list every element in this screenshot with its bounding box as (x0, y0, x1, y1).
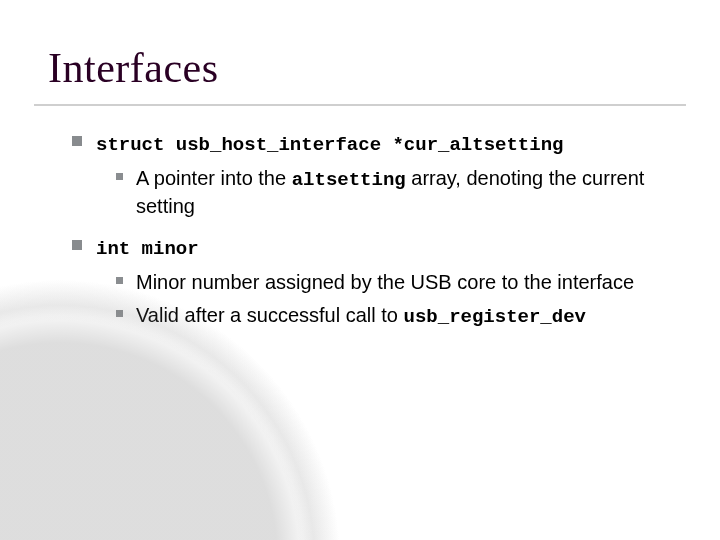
code-text: struct usb_host_interface *cur_altsettin… (96, 134, 563, 156)
square-bullet-icon (116, 173, 123, 180)
sub-list: A pointer into the altsetting array, den… (136, 165, 676, 221)
square-bullet-icon (116, 310, 123, 317)
slide: Interfaces struct usb_host_interface *cu… (0, 0, 720, 540)
list-item: Minor number assigned by the USB core to… (136, 269, 676, 298)
square-bullet-icon (72, 136, 82, 146)
square-bullet-icon (72, 240, 82, 250)
title-underline (34, 104, 686, 106)
slide-title: Interfaces (48, 44, 219, 92)
slide-content: struct usb_host_interface *cur_altsettin… (96, 130, 676, 344)
text-pre: A pointer into the (136, 167, 292, 189)
code-text: altsetting (292, 169, 406, 191)
text-pre: Minor number assigned by the USB core to… (136, 271, 634, 293)
text-pre: Valid after a successful call to (136, 304, 404, 326)
list-item: A pointer into the altsetting array, den… (136, 165, 676, 221)
list-item: Valid after a successful call to usb_reg… (136, 302, 676, 331)
struct-cur-altsetting: struct usb_host_interface *cur_altsettin… (96, 130, 676, 159)
code-text: usb_register_dev (404, 306, 586, 328)
square-bullet-icon (116, 277, 123, 284)
list-item: int minor Minor number assigned by the U… (96, 234, 676, 330)
int-minor: int minor (96, 234, 676, 263)
code-text: int minor (96, 238, 199, 260)
sub-list: Minor number assigned by the USB core to… (136, 269, 676, 330)
list-item: struct usb_host_interface *cur_altsettin… (96, 130, 676, 220)
